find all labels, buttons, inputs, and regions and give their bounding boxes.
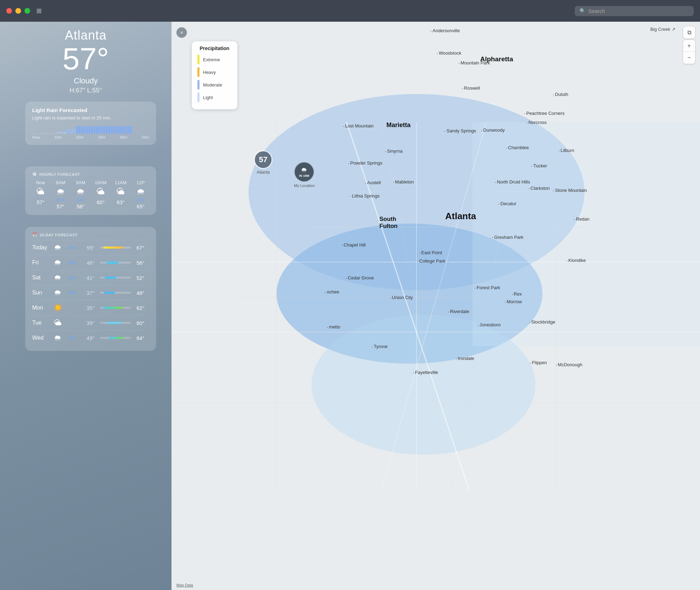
- rain-bar: [111, 126, 112, 134]
- rain-bar: [81, 126, 83, 134]
- hourly-icon: 🌥: [117, 187, 125, 196]
- layers-button[interactable]: ⧉: [683, 27, 695, 39]
- big-creek-text: Big Creek: [650, 27, 670, 32]
- map-city-cedar-grove: Cedar Grove: [346, 275, 374, 280]
- svg-rect-4: [472, 122, 700, 346]
- rain-card-description: Light rain is expected to start in 25 mi…: [32, 115, 149, 120]
- search-input[interactable]: [588, 8, 689, 14]
- legend-item-moderate: Moderate: [197, 80, 232, 90]
- rain-bar: [71, 129, 73, 134]
- tenday-icon: 🌥: [52, 318, 63, 327]
- rain-time-now: Now: [32, 135, 40, 139]
- rain-bar: [42, 133, 44, 134]
- map-svg: [172, 22, 700, 590]
- rain-bar: [57, 132, 58, 134]
- rain-bar: [115, 126, 117, 134]
- map-city-marietta: Marietta: [386, 122, 411, 129]
- search-bar[interactable]: 🔍: [575, 6, 694, 16]
- map-city-mableton: Mableton: [393, 179, 414, 185]
- map-city-klondike: Klondike: [566, 258, 586, 263]
- calendar-icon: 📅: [32, 232, 37, 237]
- map-city-jonesboro: Jonesboro: [477, 322, 501, 327]
- rain-bar: [108, 126, 110, 134]
- rain-bar: [64, 132, 66, 134]
- tenday-bar: [100, 322, 131, 324]
- tenday-day: Sun: [32, 290, 50, 296]
- rain-card-title: Light Rain Forecasted: [32, 107, 149, 113]
- sidebar-toggle-icon[interactable]: ⊞: [36, 7, 42, 15]
- tenday-icon: 🌧: [52, 273, 63, 282]
- zoom-out-button[interactable]: −: [683, 52, 695, 64]
- zoom-controls: + −: [683, 40, 695, 64]
- rain-time-40: 40m: [120, 135, 127, 139]
- minimize-button[interactable]: [15, 8, 21, 14]
- rain-bar: [128, 126, 130, 134]
- rain-times: Now 10m 20m 30m 40m 50m: [32, 135, 149, 139]
- tenday-precip: 80%: [66, 276, 79, 280]
- city-name: Atlanta: [0, 28, 172, 43]
- hourly-temp: 60°: [97, 199, 105, 205]
- hourly-temp: 63°: [117, 199, 125, 205]
- rain-bar: [69, 129, 71, 134]
- tenday-precip: 50%: [66, 261, 79, 265]
- close-button[interactable]: [6, 8, 12, 14]
- titlebar: ⊞ 🔍: [0, 0, 700, 22]
- map-city-east-point: East Point: [419, 250, 442, 255]
- rain-bar: [40, 133, 41, 134]
- legend-label-extreme: Extreme: [203, 57, 220, 62]
- map-close-button[interactable]: ×: [176, 27, 187, 38]
- map-data-credit[interactable]: Map Data: [176, 583, 193, 587]
- rain-pin-icon: 🌧: [301, 166, 307, 174]
- rain-bar: [35, 133, 36, 134]
- map-area[interactable]: Andersonville Woodstock Mountain Park Al…: [172, 22, 700, 590]
- moderate-dot: [197, 80, 200, 90]
- precipitation-legend: Precipitation Extreme Heavy Moderate Lig…: [192, 41, 237, 109]
- maximize-button[interactable]: [24, 8, 30, 14]
- map-city-ochee: ochee: [325, 289, 339, 294]
- map-city-duluth: Duluth: [553, 92, 568, 97]
- rain-time-30: 30m: [98, 135, 105, 139]
- city-condition: Cloudy: [0, 76, 172, 85]
- hourly-row: Now 🌥 57° 8AM 🌧 80% 57° 9AM 🌧 60% 58° 10…: [32, 180, 149, 209]
- tenday-low: 39°: [82, 320, 94, 326]
- hourly-icon: 🌧: [56, 187, 65, 196]
- tenday-bar: [100, 277, 131, 279]
- rain-bar: [84, 126, 85, 134]
- hourly-item: 9AM 🌧 60% 58°: [72, 180, 89, 209]
- atlanta-temperature: 57: [259, 155, 267, 164]
- map-city-forest-park: Forest Park: [475, 285, 500, 290]
- map-city-flippen: Flippen: [530, 360, 547, 365]
- rain-soon-pin: 🌧 IN 19M My Location: [294, 162, 315, 188]
- tenday-icon: 🌧: [52, 243, 63, 252]
- map-city-north-druid-hills: North Druid Hills: [495, 179, 530, 185]
- tenday-row: Tue 🌥 39° 60°: [32, 315, 149, 330]
- map-controls: ⧉ + −: [683, 27, 695, 64]
- hourly-item: 11AM 🌥 63°: [112, 180, 129, 209]
- map-city-rex: Rex: [512, 291, 522, 297]
- map-city-irondale: Irondale: [456, 356, 474, 361]
- map-city-lost-mountain: Lost Mountain: [343, 123, 373, 129]
- hourly-temp: 65°: [137, 203, 145, 209]
- rain-bar: [62, 132, 63, 134]
- map-city-sandy-springs: Sandy Springs: [444, 128, 476, 133]
- rain-bar: [44, 133, 46, 134]
- rain-bar: [66, 129, 68, 134]
- hourly-forecast-card: 🕐 HOURLY FORECAST Now 🌥 57° 8AM 🌧 80% 57…: [25, 166, 156, 215]
- hourly-icon: 🌥: [36, 187, 45, 196]
- tenday-low: 41°: [82, 275, 94, 281]
- map-city-fayetteville: Fayetteville: [413, 370, 438, 375]
- zoom-in-button[interactable]: +: [683, 40, 695, 52]
- hourly-item: 12P 🌧 30% 65°: [132, 180, 149, 209]
- rain-bar: [52, 133, 54, 134]
- hourly-temp: 58°: [77, 203, 85, 209]
- search-icon: 🔍: [580, 8, 586, 14]
- map-city-stone-mountain: Stone Mountain: [553, 188, 587, 193]
- map-city-atlanta: Atlanta: [445, 211, 476, 222]
- rain-pin-label: My Location: [294, 183, 315, 188]
- hourly-time: 11AM: [115, 180, 127, 185]
- hourly-time: 10AM: [95, 180, 107, 185]
- rain-bar: [130, 126, 132, 134]
- tenday-low: 55°: [82, 245, 94, 251]
- tenday-section-title: 📅 10-DAY FORECAST: [32, 232, 149, 237]
- hourly-icon: 🌥: [97, 187, 105, 196]
